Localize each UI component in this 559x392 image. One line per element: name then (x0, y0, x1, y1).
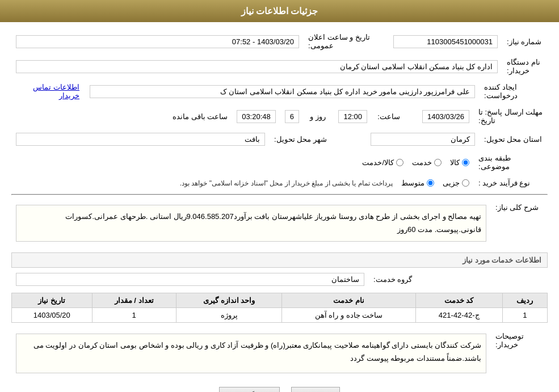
ittisalat-link[interactable]: اطلاعات تماس خریدار (33, 83, 79, 100)
mohlat-roz: 6 (285, 110, 299, 123)
shahr-label: شهر محل تحویل: (270, 130, 338, 148)
tawsiyat-value: شرکت کنندگان بایستی دارای گواهینامه صلاح… (16, 334, 486, 373)
shomareNiaz-label: شماره نیاز: (502, 31, 548, 52)
col-tarikh: تاریخ نیاز (12, 293, 93, 307)
col-naam: نام خدمت (282, 293, 415, 307)
tawsiyat-label: توصیحات خریدار: (491, 328, 548, 378)
radio-kala[interactable]: کالا (450, 158, 469, 167)
shomareNiaz-value: 1103005451000031 (393, 35, 498, 48)
radio-khadamat[interactable]: خدمت (412, 158, 442, 167)
ijadkonande-value: علی فرامرزپور دارزینی مامور خرید اداره ک… (90, 85, 475, 98)
roz-label: روز و (304, 106, 332, 127)
mohlat-label: مهلت ارسال پاسخ: تا تاریخ: (474, 106, 548, 127)
baqi-label: ساعت باقی مانده (11, 106, 232, 127)
ostan-value: کرمان (371, 133, 475, 146)
print-button[interactable]: چاپ (291, 387, 340, 392)
grouh-value: ساختمان (16, 273, 364, 286)
tarikh-value: 1403/03/20 - 07:52 (16, 35, 299, 48)
grouh-label: گروه خدمت: (369, 271, 548, 288)
back-button[interactable]: بازگشت (219, 387, 280, 392)
mohlat-baqi: 03:20:48 (237, 110, 276, 123)
saat-label: ساعت: (372, 106, 406, 127)
ijadkonande-label: ایجاد کننده درخواست: (480, 81, 548, 102)
namdastgah-label: نام دستگاه خریدار: (502, 56, 548, 77)
khadamat-section-title: اطلاعات خدمات مورد نیاز (11, 252, 548, 268)
sharh-label: شرح کلی نیاز: (491, 200, 548, 247)
col-tedad: تعداد / مقدار (92, 293, 176, 307)
services-table: ردیف کد خدمت نام خدمت واحد اندازه گیری ت… (11, 293, 548, 323)
namdastgah-value: اداره کل بنیاد مسکن انقلاب اسلامی استان … (16, 60, 498, 73)
table-row: 1ج-42-42-421ساخت جاده و راه آهنپروژه1140… (12, 307, 548, 322)
ostan-label: استان محل تحویل: (480, 130, 548, 148)
radio-jozi[interactable]: جزیی (443, 179, 469, 187)
page-title: جزئیات اطلاعات نیاز (0, 0, 559, 22)
radio-note: پرداخت تمام یا بخشی از مبلغ خریدار از مح… (180, 179, 393, 187)
sharh-value: تهیه مصالح و اجرای بخشی از طرح هادی روست… (16, 205, 486, 242)
noeFaraind-label: نوع فرآیند خرید : (474, 176, 548, 189)
radio-motevaset[interactable]: متوسط (401, 179, 434, 187)
radio-kala-khadamat[interactable]: کالا/خدمت (362, 158, 404, 167)
tarikh-label: تاریخ و ساعت اعلان عمومی: (304, 31, 389, 52)
shahr-value: بافت (16, 133, 265, 146)
col-vahed: واحد اندازه گیری (176, 293, 282, 307)
mohlat-saat: 12:00 (338, 110, 367, 123)
col-radif: ردیف (502, 293, 547, 307)
mohlat-date: 1403/03/26 (422, 110, 469, 123)
tabaghe-label: طبقه بندی موضوعی: (474, 151, 548, 173)
col-kod: کد خدمت (415, 293, 502, 307)
